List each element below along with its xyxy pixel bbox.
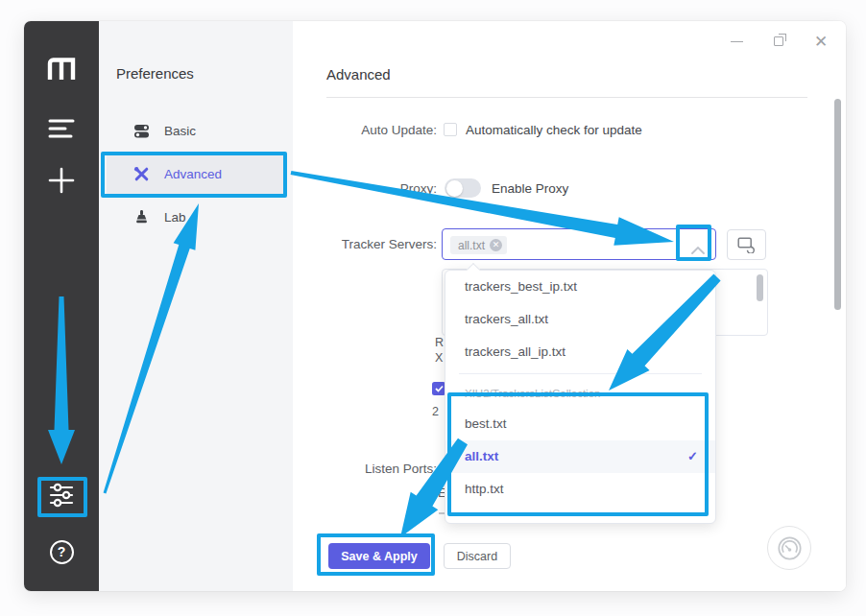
speed-limit-button[interactable]: [767, 526, 811, 570]
preferences-menu: Basic Advanced: [107, 109, 285, 239]
dropdown-option-label: all.txt: [465, 440, 498, 473]
toggle-knob: [446, 180, 463, 197]
task-list-icon[interactable]: [24, 115, 99, 142]
auto-update-label: Auto Update:: [293, 123, 437, 137]
hidden-checked-checkbox[interactable]: [432, 382, 445, 395]
maximize-icon: [774, 36, 783, 46]
tracker-servers-label: Tracker Servers:: [293, 237, 437, 251]
chevron-up-icon[interactable]: [691, 241, 705, 258]
hidden-text-fragment: R: [435, 336, 444, 349]
toggles-icon: [133, 123, 150, 139]
save-apply-button[interactable]: Save & Apply: [328, 543, 430, 569]
hidden-text-fragment: 2: [432, 405, 439, 418]
dropdown-option[interactable]: trackers_best_ip.txt: [445, 271, 715, 303]
title-divider: [326, 97, 807, 98]
menu-item-lab[interactable]: Lab: [107, 196, 285, 239]
maximize-button[interactable]: [769, 30, 788, 53]
menu-item-basic[interactable]: Basic: [107, 109, 285, 153]
proxy-toggle[interactable]: [445, 178, 481, 198]
tag-remove-icon[interactable]: ✕: [490, 239, 502, 251]
proxy-toggle-label: Enable Proxy: [492, 181, 568, 196]
close-icon: ✕: [814, 34, 828, 50]
app-window: ? Preferences Basic: [24, 21, 846, 591]
help-icon[interactable]: ?: [24, 537, 99, 566]
window-controls: ✕: [727, 27, 830, 56]
proxy-label: Proxy:: [293, 181, 437, 196]
motrix-logo-icon: [24, 54, 99, 83]
menu-item-advanced[interactable]: Advanced: [107, 153, 285, 196]
check-icon: ✓: [687, 440, 698, 473]
hidden-text-fragment: X: [435, 351, 443, 365]
screenshot-stage: ? Preferences Basic: [0, 0, 866, 616]
menu-item-label: Lab: [164, 210, 186, 225]
sync-tracker-list-button[interactable]: [727, 229, 766, 260]
preferences-panel: Preferences Basic: [99, 21, 293, 591]
dropdown-option[interactable]: http.txt: [445, 473, 715, 506]
app-sidebar: ?: [24, 21, 99, 591]
close-button[interactable]: ✕: [811, 30, 830, 53]
selected-tag: all.txt ✕: [450, 236, 507, 254]
tracker-dropdown: trackers_best_ip.txt trackers_all.txt tr…: [445, 270, 716, 524]
listen-ports-label: Listen Ports:: [293, 462, 437, 476]
dropdown-option[interactable]: trackers_all.txt: [445, 303, 715, 336]
tools-icon: [133, 166, 150, 182]
lab-stamp-icon: [133, 209, 150, 225]
menu-item-label: Advanced: [164, 167, 222, 181]
minimize-button[interactable]: [727, 30, 746, 53]
selected-tag-label: all.txt: [458, 239, 485, 252]
help-glyph: ?: [58, 544, 66, 559]
discard-button[interactable]: Discard: [444, 543, 511, 569]
advanced-settings-page: ✕ Advanced Auto Update: Automatically ch…: [293, 21, 846, 591]
preferences-sliders-icon[interactable]: [24, 480, 99, 510]
dropdown-divider: [459, 373, 702, 374]
dropdown-group-label: XIU2/TrackersListCollection: [445, 379, 715, 408]
minimize-icon: [731, 41, 743, 42]
dropdown-option[interactable]: trackers_all_ip.txt: [445, 336, 715, 368]
dropdown-option-selected[interactable]: all.txt ✓: [445, 440, 715, 473]
sync-icon: [737, 237, 756, 253]
main-scrollbar[interactable]: [834, 99, 841, 310]
tracker-servers-select[interactable]: all.txt ✕: [442, 228, 716, 260]
auto-update-checkbox-label: Automatically check for update: [466, 123, 642, 137]
dropdown-option[interactable]: best.txt: [445, 408, 715, 440]
menu-item-label: Basic: [164, 124, 196, 138]
preferences-title: Preferences: [116, 65, 194, 82]
textarea-scrollbar[interactable]: [757, 274, 763, 301]
page-title: Advanced: [326, 66, 391, 83]
speedometer-icon: [777, 535, 803, 561]
add-task-icon[interactable]: [24, 165, 99, 196]
auto-update-checkbox[interactable]: [444, 123, 457, 136]
